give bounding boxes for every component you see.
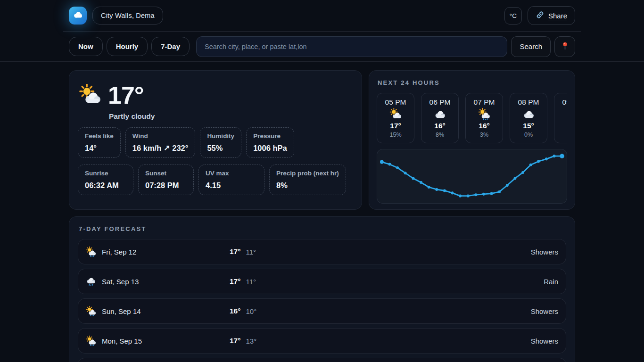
tab-hourly[interactable]: Hourly [107,37,148,56]
stat-label: Humidity [207,132,234,140]
current-temperature: 17° [108,83,144,107]
stat-value: 8% [276,181,339,190]
stat-box: Humidity 55% [200,127,241,158]
day-date: Fri, Sep 12 [102,248,230,256]
hour-time: 09 PM [562,98,567,107]
stat-box: Pressure 1006 hPa [246,127,294,158]
sun-behind-rain-cloud-icon [86,306,96,316]
hour-temp: 16° [434,122,445,130]
stat-label: Precip prob (next hr) [276,170,339,178]
sun-behind-rain-cloud-icon [86,247,96,257]
day-date: Sun, Sep 14 [102,307,230,315]
forecast-day-list: Fri, Sep 12 17° 11° Showers Sat, Sep 13 … [78,239,566,362]
unit-toggle-button[interactable]: °C [504,7,522,25]
day-condition: Rain [544,278,558,286]
temperature-trend-chart [377,149,567,203]
stat-label: Sunrise [85,170,126,178]
day-low-temp: 13° [246,337,256,345]
day-condition: Showers [531,248,558,256]
stat-value: 4.15 [206,181,257,190]
forecast-day-row: Fri, Sep 12 17° 11° Showers [78,239,566,264]
forecast-day-row: Sun, Sep 14 16° 10° Showers [78,298,566,324]
day-high-temp: 17° [230,277,240,286]
stat-box: Sunrise 06:32 AM [78,165,133,195]
day-condition: Showers [531,307,558,315]
cloud-icon [434,108,446,120]
stats-row-1: Feels like 14° Wind 16 km/h ↗ 232° Humid… [78,127,353,158]
day-high-temp: 17° [230,337,240,345]
sun-behind-rain-cloud-icon [86,336,96,346]
stat-value: 06:32 AM [85,181,126,190]
hour-time: 07 PM [474,98,495,107]
location-pill[interactable]: City Walls, Dema [92,7,163,25]
tab-7day[interactable]: 7-Day [151,37,190,56]
temperature-trend-chart-container [377,149,567,204]
hour-card: 08 PM 15° 0% [510,93,547,143]
stat-box: Wind 16 km/h ↗ 232° [125,127,196,158]
hourly-cards-strip: 05 PM 17° 15% 06 PM 16° 8% 07 PM 16° [377,93,567,143]
hour-temp: 17° [390,122,401,130]
stat-value: 16 km/h ↗ 232° [132,144,189,153]
cloud-icon [522,108,535,120]
hour-card: 05 PM 17° 15% [377,93,414,143]
hour-time: 08 PM [518,98,539,107]
sun-behind-cloud-icon [389,108,402,120]
stat-label: Feels like [85,132,114,140]
current-condition-label: Partly cloudy [109,112,353,121]
hour-card: 06 PM 16° 8% [421,93,459,143]
day-low-temp: 10° [246,307,256,315]
main-content: 17° Partly cloudy Feels like 14° Wind 16… [63,62,581,362]
day-low-temp: 11° [246,278,256,286]
stat-value: 1006 hPa [253,144,287,153]
search-input[interactable] [196,36,507,57]
day-high-temp: 16° [230,307,240,315]
hour-precip: 8% [436,132,444,138]
rain-cloud-icon [567,108,567,120]
current-conditions-card: 17° Partly cloudy Feels like 14° Wind 16… [69,70,362,210]
day-date: Mon, Sep 15 [102,337,230,345]
hour-precip: 15% [389,132,401,138]
forecast-day-row: Mon, Sep 15 17° 13° Showers [78,328,566,354]
stat-box: Feels like 14° [78,127,121,158]
hour-time: 06 PM [429,98,451,107]
hour-precip: 0% [524,132,533,138]
stat-box: Precip prob (next hr) 8% [269,165,346,195]
share-button[interactable]: Share [528,6,575,25]
rain-cloud-icon [86,276,96,287]
geolocate-button[interactable] [554,36,575,57]
app-cloud-icon [72,9,83,22]
hour-temp: 16° [479,122,489,130]
day-low-temp: 11° [246,248,256,256]
stat-label: Wind [132,132,189,140]
forecast-day-row: Sat, Sep 13 17° 11° Rain [78,269,566,294]
stat-label: Sunset [145,170,187,178]
search-button[interactable]: Search [511,36,551,57]
stats-row-2: Sunrise 06:32 AM Sunset 07:28 PM UV max … [78,165,353,195]
location-label: City Walls, Dema [101,12,155,19]
stat-label: Pressure [253,132,287,140]
link-icon [536,10,545,21]
app-logo [69,7,87,25]
stat-value: 55% [207,144,234,153]
share-label: Share [548,12,567,20]
stat-label: UV max [206,170,257,178]
sun-behind-rain-cloud-icon [478,108,490,120]
next-24-hours-panel: NEXT 24 HOURS 05 PM 17° 15% 06 PM 16° 8% [369,70,575,210]
day-date: Sat, Sep 13 [102,278,230,286]
hour-time: 05 PM [385,98,406,107]
hour-card: 09 PM 14° 0% [554,93,567,143]
day-high-temp: 17° [230,247,240,256]
tab-now[interactable]: Now [69,37,103,56]
stat-box: UV max 4.15 [198,165,264,195]
hour-precip: 3% [480,132,488,138]
forecast-day-row [78,358,566,362]
next-24-hours-title: NEXT 24 HOURS [378,79,567,86]
pushpin-icon [560,41,570,52]
top-bar: City Walls, Dema °C Share [0,0,644,32]
seven-day-forecast-title: 7-DAY FORECAST [79,225,566,232]
stat-box: Sunset 07:28 PM [138,165,194,195]
seven-day-forecast-panel: 7-DAY FORECAST Fri, Sep 12 17° 11° Showe… [69,216,575,362]
stat-value: 07:28 PM [145,181,187,190]
hour-card: 07 PM 16° 3% [465,93,503,143]
hour-temp: 15° [523,122,534,130]
